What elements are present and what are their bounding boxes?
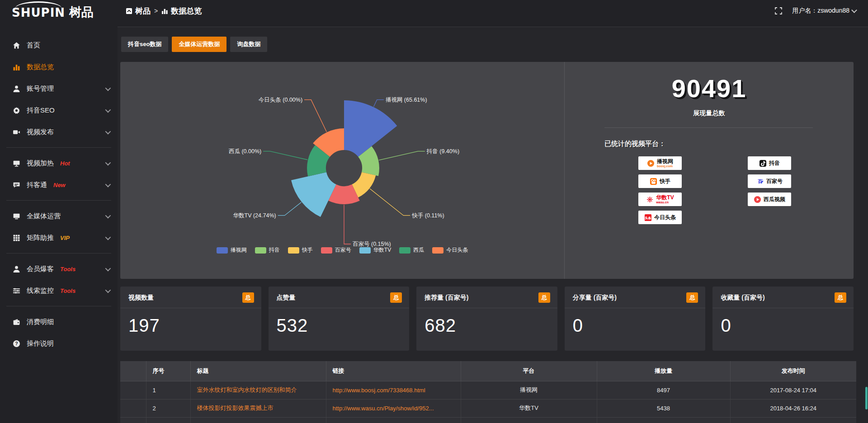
platform-badge-华数TV[interactable]: 华数TVwasu.cn [638, 193, 682, 206]
platform-badge-播视网[interactable]: 播视网boosj.com [638, 156, 682, 170]
chevron-down-icon [105, 107, 111, 113]
row-views-cell: 8497 [597, 381, 730, 399]
pie-label-抖音: 抖音 (9.40%) [426, 148, 459, 155]
legend-label: 今日头条 [446, 246, 468, 254]
sidebar-item-label: 抖客通 [27, 181, 47, 189]
pie-slice-华数TV[interactable] [291, 172, 336, 217]
chevron-down-icon [105, 181, 111, 187]
svg-text:头条: 头条 [645, 216, 651, 220]
partial-cell [461, 417, 597, 423]
sidebar-item-label: 视频加热 [27, 159, 54, 168]
pie-label-line [344, 205, 351, 244]
breadcrumb-root[interactable]: 树品 [126, 6, 151, 16]
platform-badge-今日头条[interactable]: 头条今日头条 [638, 211, 682, 224]
stat-card-header: 点赞量总 [269, 287, 410, 308]
table-row: 2楼体投影灯投影效果震撼上市http://www.wasu.cn/Play/sh… [120, 399, 856, 417]
douyin-logo-icon [759, 160, 767, 167]
legend-label: 抖音 [269, 246, 280, 254]
tab-抖音seo数据[interactable]: 抖音seo数据 [121, 37, 168, 52]
breadcrumb-separator: > [154, 7, 158, 14]
sidebar-item-抖客通[interactable]: 抖客通New [0, 174, 118, 196]
row-title-cell: 室外水纹灯和室内水纹灯的区别和简介 [190, 381, 326, 399]
video-title-link[interactable]: 楼体投影灯投影效果震撼上市 [197, 404, 321, 412]
legend-item-西瓜[interactable]: 西瓜 [399, 246, 424, 254]
sidebar-item-视频加热[interactable]: 视频加热Hot [0, 152, 118, 174]
row-link-cell: http://www.wasu.cn/Play/show/id/952... [326, 399, 461, 417]
sidebar-item-消费明细[interactable]: 消费明细 [0, 311, 118, 333]
table-row-partial [120, 417, 856, 423]
user-icon [13, 85, 20, 93]
platform-name: 西瓜视频 [764, 197, 785, 202]
partial-cell [190, 417, 326, 423]
row-checkbox-cell [120, 399, 146, 417]
sidebar-item-账号管理[interactable]: 账号管理 [0, 78, 118, 99]
platform-badge-西瓜视频[interactable]: 西瓜视频 [748, 193, 791, 206]
sidebar-item-线索监控[interactable]: 线索监控Tools [0, 280, 118, 301]
platform-name: 抖音 [769, 160, 780, 166]
pie-label-line [304, 100, 326, 132]
data-tabs: 抖音seo数据全媒体运营数据询盘数据 [121, 37, 854, 52]
user-menu[interactable]: 用户名：zswodun88 [792, 7, 856, 15]
pie-label-今日头条: 今日头条 (0.00%) [259, 97, 302, 103]
bar-chart-icon [13, 63, 20, 71]
stat-card-value: 197 [120, 308, 261, 336]
partial-cell [597, 417, 730, 423]
sidebar-item-视频发布[interactable]: 视频发布 [0, 121, 118, 143]
pie-label-line [263, 151, 307, 160]
platform-subtext: wasu.cn [656, 201, 674, 204]
sidebar-item-badge: VIP [60, 235, 70, 241]
sidebar-item-操作说明[interactable]: ?操作说明 [0, 333, 118, 354]
legend-item-快手[interactable]: 快手 [288, 246, 313, 254]
platform-name: 华数TVwasu.cn [656, 195, 674, 204]
stat-card-header: 分享量 (百家号)总 [565, 287, 706, 308]
stat-card-视频数量: 视频数量总197 [120, 287, 261, 351]
platform-badge-抖音[interactable]: 抖音 [748, 156, 791, 170]
video-url-link[interactable]: http://www.boosj.com/7338468.html [333, 387, 456, 394]
platform-badge-快手[interactable]: 快手 [638, 174, 682, 188]
legend-item-华数TV[interactable]: 华数TV [359, 246, 391, 254]
baijiahao-logo-icon: 百 [756, 178, 764, 185]
tab-全媒体运营数据[interactable]: 全媒体运营数据 [172, 37, 226, 52]
nav-divider [6, 306, 111, 306]
sidebar-item-会员爆客[interactable]: 会员爆客Tools [0, 258, 118, 280]
legend-label: 播视网 [231, 246, 247, 254]
platforms-label: 已统计的视频平台： [604, 140, 854, 148]
sidebar-item-矩阵助推[interactable]: 矩阵助推VIP [0, 227, 118, 249]
sidebar-item-全媒体运营[interactable]: 全媒体运营 [0, 205, 118, 227]
legend-item-今日头条[interactable]: 今日头条 [432, 246, 468, 254]
legend-swatch [399, 247, 410, 254]
legend-item-抖音[interactable]: 抖音 [255, 246, 280, 254]
app-logo[interactable]: SHUPIN 树品 [0, 0, 118, 22]
rose-pie-chart[interactable]: 播视网 (65.61%)抖音 (9.40%)快手 (0.11%)百家号 (0.1… [120, 62, 564, 274]
total-badge: 总 [686, 292, 698, 303]
legend-item-播视网[interactable]: 播视网 [217, 246, 247, 254]
nav-divider [6, 253, 111, 254]
main-content: 抖音seo数据全媒体运营数据询盘数据 播视网 (65.61%)抖音 (9.40%… [118, 27, 868, 423]
scrollbar-thumb[interactable] [865, 387, 868, 409]
video-title-link[interactable]: 室外水纹灯和室内水纹灯的区别和简介 [197, 386, 321, 394]
fullscreen-icon[interactable] [775, 7, 782, 14]
chevron-down-icon [105, 287, 111, 293]
video-icon [13, 128, 20, 136]
video-url-link[interactable]: http://www.wasu.cn/Play/show/id/952... [333, 405, 456, 412]
chevron-down-icon [105, 128, 111, 134]
sidebar-item-抖音SEO[interactable]: 抖音SEO [0, 99, 118, 121]
legend-swatch [321, 247, 332, 254]
row-num-cell: 1 [146, 381, 190, 399]
nav-divider [6, 147, 111, 148]
breadcrumb-current[interactable]: 数据总览 [161, 6, 202, 16]
total-badge: 总 [835, 292, 846, 303]
legend-item-百家号[interactable]: 百家号 [321, 246, 351, 254]
platform-subtext: boosj.com [657, 164, 673, 168]
table-header-标题: 标题 [190, 361, 326, 381]
legend-swatch [432, 247, 443, 254]
stat-card-header: 视频数量总 [120, 287, 261, 308]
pie-label-line [374, 100, 384, 107]
tab-询盘数据[interactable]: 询盘数据 [230, 37, 267, 52]
legend-swatch [359, 247, 371, 254]
sidebar-item-数据总览[interactable]: 数据总览 [0, 56, 118, 78]
stat-card-点赞量: 点赞量总532 [269, 287, 410, 351]
platform-badge-百家号[interactable]: 百百家号 [748, 174, 791, 188]
sidebar-item-首页[interactable]: 首页 [0, 34, 118, 56]
table-header-播放量: 播放量 [597, 361, 730, 381]
